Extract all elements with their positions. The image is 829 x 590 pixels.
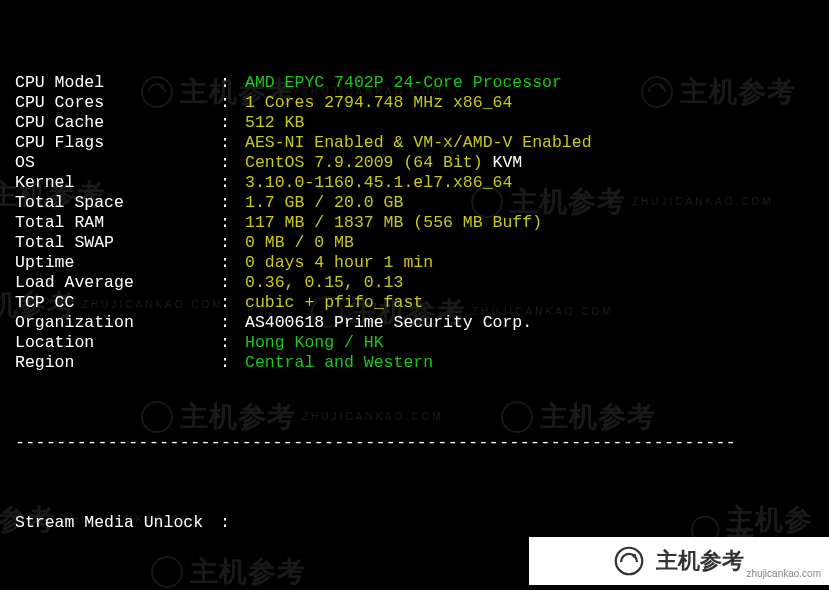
info-row: CPU Cores: 1 Cores 2794.748 MHz x86_64 bbox=[15, 93, 814, 113]
badge-text: 主机参考 bbox=[656, 551, 744, 571]
row-value: 3.10.0-1160.45.1.el7.x86_64 bbox=[245, 173, 512, 193]
row-label: Kernel bbox=[15, 173, 220, 193]
row-label: Total RAM bbox=[15, 213, 220, 233]
row-value: AES-NI Enabled & VM-x/AMD-V Enabled bbox=[245, 133, 592, 153]
row-value: 0 days 4 hour 1 min bbox=[245, 253, 433, 273]
row-label: CPU Model bbox=[15, 73, 220, 93]
row-label: Total SWAP bbox=[15, 233, 220, 253]
info-row: Kernel: 3.10.0-1160.45.1.el7.x86_64 bbox=[15, 173, 814, 193]
terminal-output: CPU Model: AMD EPYC 7402P 24-Core Proces… bbox=[0, 0, 829, 590]
row-value: 512 KB bbox=[245, 113, 304, 133]
info-row: Total SWAP: 0 MB / 0 MB bbox=[15, 233, 814, 253]
row-value: 1.7 GB / 20.0 GB bbox=[245, 193, 403, 213]
row-label: Total Space bbox=[15, 193, 220, 213]
row-label: Uptime bbox=[15, 253, 220, 273]
info-row: CPU Flags: AES-NI Enabled & VM-x/AMD-V E… bbox=[15, 133, 814, 153]
info-row: OS: CentOS 7.9.2009 (64 Bit) KVM bbox=[15, 153, 814, 173]
info-row: TCP CC: cubic + pfifo_fast bbox=[15, 293, 814, 313]
row-label: Load Average bbox=[15, 273, 220, 293]
info-row: Uptime: 0 days 4 hour 1 min bbox=[15, 253, 814, 273]
row-value: 1 Cores 2794.748 MHz x86_64 bbox=[245, 93, 512, 113]
logo-icon bbox=[614, 546, 644, 576]
row-value: AMD EPYC 7402P 24-Core Processor bbox=[245, 73, 562, 93]
row-label: Organization bbox=[15, 313, 220, 333]
svg-point-11 bbox=[632, 554, 636, 558]
divider: ----------------------------------------… bbox=[15, 433, 814, 453]
row-label: OS bbox=[15, 153, 220, 173]
row-value: Central and Western bbox=[245, 353, 433, 373]
info-row: CPU Model: AMD EPYC 7402P 24-Core Proces… bbox=[15, 73, 814, 93]
row-value: KVM bbox=[483, 153, 523, 173]
svg-point-10 bbox=[616, 548, 642, 574]
row-value: 0.36, 0.15, 0.13 bbox=[245, 273, 403, 293]
info-row: Organization: AS400618 Prime Security Co… bbox=[15, 313, 814, 333]
stream-header-row: Stream Media Unlock : bbox=[15, 513, 814, 533]
row-label: CPU Cores bbox=[15, 93, 220, 113]
row-label: CPU Cache bbox=[15, 113, 220, 133]
info-row: Region: Central and Western bbox=[15, 353, 814, 373]
row-value: CentOS 7.9.2009 (64 Bit) bbox=[245, 153, 483, 173]
row-label: Location bbox=[15, 333, 220, 353]
row-label: CPU Flags bbox=[15, 133, 220, 153]
row-value: 0 MB / 0 MB bbox=[245, 233, 354, 253]
row-label: TCP CC bbox=[15, 293, 220, 313]
info-row: CPU Cache: 512 KB bbox=[15, 113, 814, 133]
info-row: Location: Hong Kong / HK bbox=[15, 333, 814, 353]
stream-header: Stream Media Unlock bbox=[15, 513, 220, 533]
row-value: 117 MB / 1837 MB (556 MB Buff) bbox=[245, 213, 542, 233]
row-label: Region bbox=[15, 353, 220, 373]
row-value: AS400618 Prime Security Corp. bbox=[245, 313, 532, 333]
info-row: Total RAM: 117 MB / 1837 MB (556 MB Buff… bbox=[15, 213, 814, 233]
row-value: Hong Kong / HK bbox=[245, 333, 384, 353]
info-row: Total Space: 1.7 GB / 20.0 GB bbox=[15, 193, 814, 213]
watermark-badge: 主机参考 zhujicankao.com bbox=[529, 537, 829, 585]
info-row: Load Average: 0.36, 0.15, 0.13 bbox=[15, 273, 814, 293]
row-value: cubic + pfifo_fast bbox=[245, 293, 423, 313]
badge-url: zhujicankao.com bbox=[747, 564, 821, 584]
